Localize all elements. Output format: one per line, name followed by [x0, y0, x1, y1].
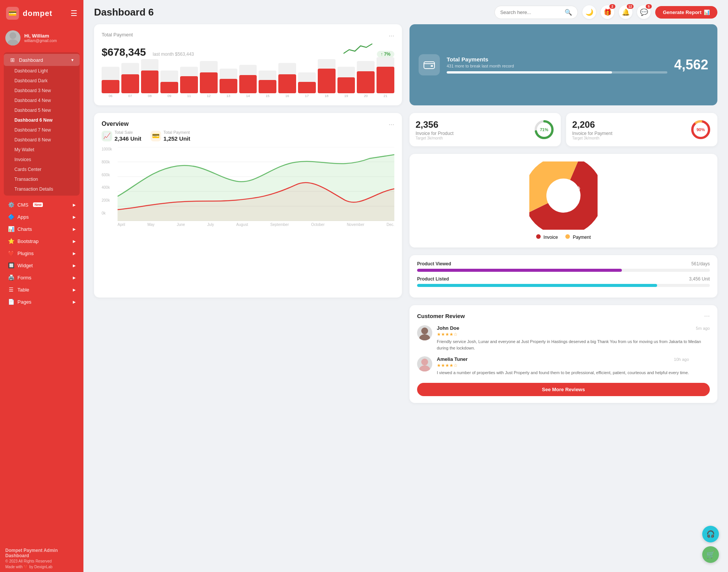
chat-icon: 💬	[640, 8, 648, 16]
total-payment-menu[interactable]: ···	[389, 32, 394, 40]
sidebar-item-dashboard-8[interactable]: Dashboard 8 New	[4, 135, 80, 145]
moon-button[interactable]: 🌙	[582, 5, 596, 19]
overview-menu[interactable]: ···	[389, 121, 394, 129]
sidebar-profile: Hi, William william@gmail.com	[0, 27, 83, 51]
sidebar-item-cards-center[interactable]: Cards Center	[4, 165, 80, 174]
total-payments-progress-bar	[447, 71, 612, 74]
legend-total-payment: 💳 Total Payment 1,252 Unit	[151, 130, 190, 142]
bar-label: 08	[141, 94, 159, 98]
total-payment-card: Total Payment ··· $678,345 last month $5…	[94, 24, 402, 105]
widget-chevron: ▶	[73, 263, 76, 268]
bootstrap-icon: ⭐	[8, 238, 14, 244]
support-fab[interactable]: 🎧	[702, 526, 719, 542]
bell-button[interactable]: 🔔 12	[619, 5, 632, 19]
moon-icon: 🌙	[585, 8, 593, 16]
bar-chart	[102, 63, 394, 93]
bar-front	[318, 69, 336, 93]
pie-chart-svg: 62% 38%	[529, 161, 598, 230]
chat-button[interactable]: 💬 5	[637, 5, 651, 19]
y-axis-labels: 1000k 800k 600k 400k 200k 0k	[102, 147, 113, 215]
bar-front	[220, 79, 237, 93]
total-payment-amount: $678,345	[102, 46, 146, 58]
cart-fab[interactable]: 🛒	[702, 546, 719, 563]
sidebar-item-apps[interactable]: 🔷 Apps ▶	[2, 211, 81, 223]
sidebar-item-dashboard-light[interactable]: Dashboard Light	[4, 66, 80, 76]
hamburger-icon[interactable]: ☰	[71, 9, 77, 18]
bar-group	[102, 67, 119, 93]
sidebar-item-cms[interactable]: ⚙️ CMS New ▶	[2, 199, 81, 211]
total-payment-header: Total Payment ···	[102, 32, 394, 40]
dashboard-label: Dashboard	[19, 57, 43, 63]
sidebar-logo: 💳 dompet ☰	[0, 0, 83, 27]
trend-up-icon: ↑	[381, 52, 383, 57]
trend-badge: ↑ 7%	[377, 51, 394, 58]
sidebar-item-table[interactable]: ☰ Table ▶	[2, 284, 81, 296]
dashboard-sub-items: Dashboard Light Dashboard Dark Dashboard…	[4, 66, 80, 194]
sidebar-item-charts[interactable]: 📊 Charts ▶	[2, 223, 81, 235]
product-viewed-bar-bg	[417, 269, 710, 272]
review-name-1: John Doe	[437, 325, 459, 331]
review-text-1: Friendly service Josh, Lunar and everyon…	[437, 338, 710, 351]
product-listed-label: Product Listed	[417, 276, 449, 282]
product-listed-header: Product Listed 3,456 Unit	[417, 276, 710, 282]
trend-line-chart	[344, 42, 374, 56]
sidebar-item-forms[interactable]: 🖨️ Forms ▶	[2, 271, 81, 284]
pie-chart-card: 62% 38% Invoice Payment	[410, 154, 717, 248]
sidebar-item-dashboard-6[interactable]: Dashboard 6 New	[4, 115, 80, 125]
sidebar-item-dashboard-dark[interactable]: Dashboard Dark	[4, 76, 80, 86]
x-axis-labels: April May June July August September Oct…	[118, 223, 394, 227]
search-input[interactable]	[500, 9, 562, 15]
invoice-legend-label: Invoice	[543, 235, 558, 240]
review-body-1: John Doe 5m ago ★★★★☆ Friendly service J…	[437, 325, 710, 351]
charts-label: Charts	[17, 226, 32, 232]
trend-value: 7%	[384, 52, 391, 57]
bar-back	[298, 72, 316, 93]
dashboard-nav-item[interactable]: ⊞ Dashboard ▼	[4, 54, 80, 66]
bar-front	[180, 76, 198, 93]
dashboard-nav-section: ⊞ Dashboard ▼ Dashboard Light Dashboard …	[4, 52, 80, 196]
sidebar-item-dashboard-3[interactable]: Dashboard 3 New	[4, 86, 80, 96]
sidebar-item-bootstrap[interactable]: ⭐ Bootstrap ▶	[2, 235, 81, 247]
sidebar-item-dashboard-4[interactable]: Dashboard 4 New	[4, 96, 80, 105]
product-viewed-header: Product Viewed 561/days	[417, 261, 710, 266]
review-menu[interactable]: ···	[704, 312, 710, 320]
sidebar-item-pages[interactable]: 📄 Pages ▶	[2, 296, 81, 308]
bar-back	[239, 65, 257, 93]
total-payment-legend-label: Total Payment	[163, 130, 190, 135]
sidebar-item-invoices[interactable]: Invoices	[4, 155, 80, 165]
sidebar-item-my-wallet[interactable]: My Wallet	[4, 145, 80, 155]
see-more-reviews-button[interactable]: See More Reviews	[417, 383, 710, 396]
cms-chevron: ▶	[73, 203, 76, 207]
sidebar-item-transaction-details[interactable]: Transaction Details	[4, 184, 80, 194]
bar-label: 11	[180, 94, 198, 98]
see-more-label: See More Reviews	[542, 387, 585, 392]
review-stars-1: ★★★★☆	[437, 332, 710, 337]
bar-group	[318, 59, 336, 93]
gift-icon: 🎁	[604, 8, 612, 16]
apps-icon: 🔷	[8, 214, 14, 220]
plugins-icon: ❤️	[8, 250, 14, 256]
svg-text:62%: 62%	[548, 193, 560, 199]
sidebar-item-dashboard-5[interactable]: Dashboard 5 New	[4, 105, 80, 115]
generate-report-button[interactable]: Generate Report 📊	[655, 6, 717, 19]
svg-point-23	[419, 365, 430, 371]
widget-icon: 🔲	[8, 262, 14, 268]
gift-badge: 2	[609, 4, 615, 9]
bar-back	[377, 57, 394, 93]
pages-icon: 📄	[8, 299, 14, 305]
legend-total-sale: 📈 Total Sale 2,346 Unit	[102, 130, 141, 142]
bar-back	[121, 63, 139, 93]
sidebar-item-plugins[interactable]: ❤️ Plugins ▶	[2, 247, 81, 259]
sidebar-item-dashboard-7[interactable]: Dashboard 7 New	[4, 125, 80, 135]
sidebar-item-transaction[interactable]: Transaction	[4, 174, 80, 184]
invoice-product-number: 2,356	[416, 119, 528, 130]
area-chart-container: 1000k 800k 600k 400k 200k 0k	[102, 147, 394, 223]
plugins-chevron: ▶	[73, 251, 76, 255]
bar-label: 06	[102, 94, 119, 98]
gift-button[interactable]: 🎁 2	[601, 5, 614, 19]
sidebar-item-widget[interactable]: 🔲 Widget ▶	[2, 259, 81, 271]
bar-back	[180, 67, 198, 93]
bar-back	[200, 61, 218, 93]
chevron-down-icon: ▼	[71, 58, 74, 62]
review-stars-2: ★★★★☆	[437, 363, 689, 368]
